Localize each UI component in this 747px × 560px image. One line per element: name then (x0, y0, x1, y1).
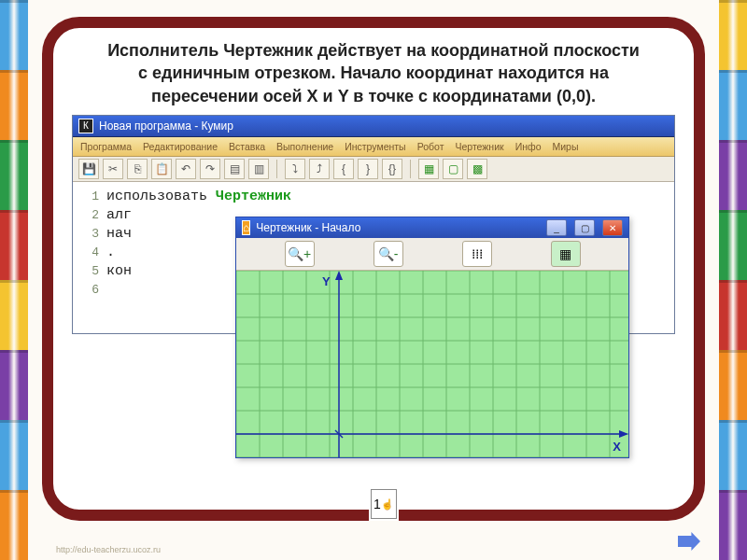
menu-item[interactable]: Чертежник (455, 141, 503, 152)
slide-title-line1: Исполнитель Чертежник действует на коорд… (72, 39, 675, 62)
menu-item[interactable]: Инфо (515, 141, 542, 152)
zoom-out-icon[interactable]: 🔍- (374, 241, 403, 267)
crayons-left (0, 0, 28, 560)
redo-icon[interactable]: ↷ (200, 159, 220, 179)
coordinate-grid[interactable]: Y X (236, 271, 628, 457)
y-axis-label: Y (322, 274, 331, 288)
app-titlebar: К Новая программа - Кумир (73, 116, 674, 137)
grid-toggle-icon[interactable]: ⁞⁞⁞ (462, 241, 492, 267)
app-icon: К (78, 119, 93, 133)
toolbar: 💾 ✂ ⎘ 📋 ↶ ↷ ▤ ▥ ⤵ ⤴ { } {} ▦ ▢ ▩ (73, 157, 674, 182)
cut-icon[interactable]: ✂ (103, 159, 123, 179)
zoom-in-icon[interactable]: 🔍+ (285, 241, 315, 267)
next-slide-button[interactable] (678, 532, 700, 551)
app-title: Новая программа - Кумир (99, 119, 233, 133)
minimize-button[interactable]: _ (546, 219, 567, 236)
run-step-icon[interactable]: ⤵ (285, 159, 305, 179)
brace-pair-icon[interactable]: {} (382, 159, 402, 179)
run-icon[interactable]: ⤴ (309, 159, 330, 179)
x-axis-label: X (613, 440, 621, 454)
doc2-icon[interactable]: ▥ (248, 159, 269, 179)
undo-icon[interactable]: ↶ (176, 159, 196, 179)
close-button[interactable]: ✕ (602, 219, 623, 236)
menu-item[interactable]: Вставка (229, 141, 265, 152)
square-icon[interactable]: ▢ (443, 159, 463, 179)
copy-icon[interactable]: ⎘ (127, 159, 148, 179)
menu-item[interactable]: Программа (80, 141, 132, 152)
paste-icon[interactable]: 📋 (151, 159, 172, 179)
doc-icon[interactable]: ▤ (224, 159, 245, 179)
fill-icon[interactable]: ▩ (467, 159, 487, 179)
draftsman-icon: ⌂ (242, 220, 250, 235)
maximize-button[interactable]: ▢ (574, 219, 595, 236)
draftsman-titlebar: ⌂ Чертежник - Начало _ ▢ ✕ (236, 217, 628, 238)
footer-link[interactable]: http://edu-teacherzu.ucoz.ru (56, 545, 161, 554)
draftsman-toolbar: 🔍+ 🔍- ⁞⁞⁞ ▦ (236, 238, 628, 271)
slide-title-line2: с единичным отрезком. Начало координат н… (72, 62, 675, 84)
brace-left-icon[interactable]: { (333, 159, 354, 179)
grid-icon[interactable]: ▦ (418, 159, 439, 179)
brace-right-icon[interactable]: } (358, 159, 378, 179)
slide-frame: Исполнитель Чертежник действует на коорд… (42, 17, 705, 521)
menu-item[interactable]: Робот (417, 141, 444, 152)
draftsman-title: Чертежник - Начало (256, 221, 360, 234)
menu-item[interactable]: Инструменты (345, 141, 405, 152)
draftsman-window: ⌂ Чертежник - Начало _ ▢ ✕ 🔍+ 🔍- ⁞⁞⁞ ▦ Y… (235, 217, 629, 458)
menu-item[interactable]: Выполнение (276, 141, 333, 152)
menu-item[interactable]: Миры (552, 141, 578, 152)
slide-title-line3: пересечении осей X и Y в точке с координ… (72, 85, 675, 107)
reset-view-icon[interactable]: ▦ (551, 241, 581, 267)
save-icon[interactable]: 💾 (78, 159, 99, 179)
slide-cursor-icon: 1☝ (371, 489, 397, 519)
crayons-right (719, 0, 747, 560)
menu-item[interactable]: Редактирование (143, 141, 218, 152)
slide-title: Исполнитель Чертежник действует на коорд… (72, 39, 675, 107)
menubar[interactable]: Программа Редактирование Вставка Выполне… (73, 137, 674, 157)
